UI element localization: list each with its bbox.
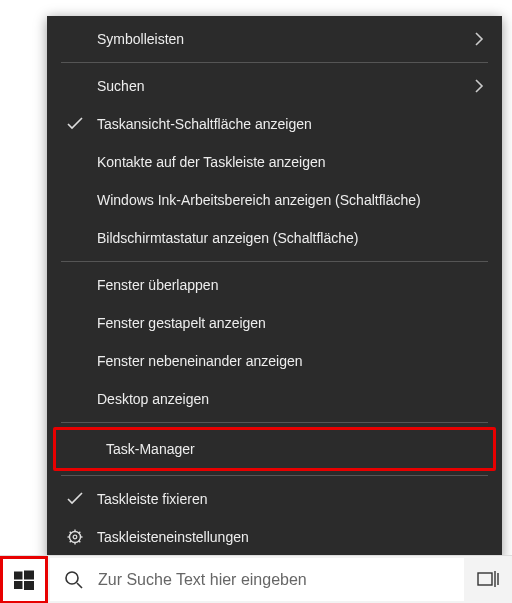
menu-separator xyxy=(61,261,488,262)
menu-item-label: Bildschirmtastatur anzeigen (Schaltfläch… xyxy=(97,230,358,246)
svg-line-15 xyxy=(77,583,82,588)
menu-item-label: Symbolleisten xyxy=(97,31,184,47)
menu-item-label: Taskansicht-Schaltfläche anzeigen xyxy=(97,116,312,132)
menu-item-label: Windows Ink-Arbeitsbereich anzeigen (Sch… xyxy=(97,192,421,208)
task-view-button[interactable] xyxy=(464,556,512,603)
taskbar-search-box[interactable] xyxy=(50,558,464,601)
annotation-highlight: Task-Manager xyxy=(53,427,496,471)
svg-rect-16 xyxy=(478,573,492,585)
start-button[interactable] xyxy=(0,556,48,603)
svg-point-14 xyxy=(66,572,78,584)
gear-icon xyxy=(65,529,85,545)
menu-windows-ink[interactable]: Windows Ink-Arbeitsbereich anzeigen (Sch… xyxy=(47,181,502,219)
menu-separator xyxy=(61,62,488,63)
menu-contacts-taskbar[interactable]: Kontakte auf der Taskleiste anzeigen xyxy=(47,143,502,181)
check-icon xyxy=(65,492,85,506)
svg-line-7 xyxy=(79,541,81,543)
menu-sidebyside-windows[interactable]: Fenster nebeneinander anzeigen xyxy=(47,342,502,380)
menu-item-label: Suchen xyxy=(97,78,144,94)
svg-rect-13 xyxy=(24,581,34,590)
chevron-right-icon xyxy=(474,79,484,93)
check-icon xyxy=(65,117,85,131)
search-icon xyxy=(64,570,84,590)
svg-rect-12 xyxy=(14,581,23,589)
menu-onscreen-keyboard[interactable]: Bildschirmtastatur anzeigen (Schaltfläch… xyxy=(47,219,502,257)
menu-item-label: Task-Manager xyxy=(106,441,195,457)
menu-toolbars[interactable]: Symbolleisten xyxy=(47,20,502,58)
menu-lock-taskbar[interactable]: Taskleiste fixieren xyxy=(47,480,502,518)
menu-item-label: Fenster überlappen xyxy=(97,277,218,293)
svg-line-8 xyxy=(70,541,72,543)
menu-show-desktop[interactable]: Desktop anzeigen xyxy=(47,380,502,418)
menu-search[interactable]: Suchen xyxy=(47,67,502,105)
svg-line-9 xyxy=(79,532,81,534)
menu-task-manager[interactable]: Task-Manager xyxy=(56,430,493,468)
menu-stacked-windows[interactable]: Fenster gestapelt anzeigen xyxy=(47,304,502,342)
menu-cascade-windows[interactable]: Fenster überlappen xyxy=(47,266,502,304)
svg-point-1 xyxy=(73,535,77,539)
svg-line-6 xyxy=(70,532,72,534)
taskbar xyxy=(0,555,512,603)
svg-rect-11 xyxy=(24,571,34,580)
windows-logo-icon xyxy=(14,570,34,590)
menu-taskbar-settings[interactable]: Taskleisteneinstellungen xyxy=(47,518,502,556)
svg-rect-10 xyxy=(14,572,23,580)
menu-item-label: Kontakte auf der Taskleiste anzeigen xyxy=(97,154,326,170)
menu-item-label: Taskleiste fixieren xyxy=(97,491,208,507)
chevron-right-icon xyxy=(474,32,484,46)
menu-item-label: Fenster gestapelt anzeigen xyxy=(97,315,266,331)
search-input[interactable] xyxy=(98,571,464,589)
menu-item-label: Fenster nebeneinander anzeigen xyxy=(97,353,303,369)
menu-separator xyxy=(61,475,488,476)
taskbar-context-menu: Symbolleisten Suchen Taskansicht-Schaltf… xyxy=(47,16,502,560)
menu-item-label: Desktop anzeigen xyxy=(97,391,209,407)
menu-taskview-button[interactable]: Taskansicht-Schaltfläche anzeigen xyxy=(47,105,502,143)
task-view-icon xyxy=(477,570,499,590)
menu-item-label: Taskleisteneinstellungen xyxy=(97,529,249,545)
menu-separator xyxy=(61,422,488,423)
